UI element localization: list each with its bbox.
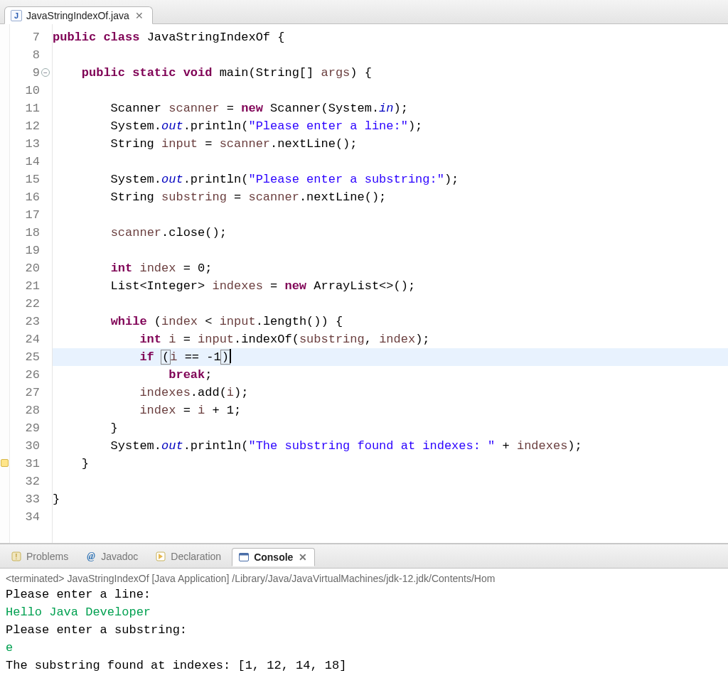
tab-console-label: Console bbox=[254, 551, 293, 563]
code-line[interactable]: int i = input.indexOf(substring, index); bbox=[53, 330, 728, 348]
close-icon[interactable]: ✕ bbox=[134, 10, 145, 21]
code-line[interactable]: System.out.println("Please enter a line:… bbox=[53, 117, 728, 135]
console-program-output: The substring found at indexes: [1, 12, … bbox=[6, 657, 722, 674]
console-status: <terminated> JavaStringIndexOf [Java App… bbox=[0, 569, 728, 586]
code-line[interactable]: if (i == -1) bbox=[53, 348, 728, 366]
line-number: 13 bbox=[10, 135, 40, 153]
line-number: 9 bbox=[10, 64, 40, 82]
line-number: 32 bbox=[10, 473, 40, 490]
fold-toggle-icon[interactable]: − bbox=[41, 68, 50, 77]
code-line[interactable]: String substring = scanner.nextLine(); bbox=[53, 188, 728, 206]
code-line[interactable]: } bbox=[53, 490, 728, 508]
line-number: 15 bbox=[10, 171, 40, 188]
text-caret bbox=[230, 349, 231, 363]
line-number: 14 bbox=[10, 153, 40, 171]
code-line[interactable]: String input = scanner.nextLine(); bbox=[53, 135, 728, 153]
line-number: 24 bbox=[10, 330, 40, 348]
tab-javadoc-label: Javadoc bbox=[101, 551, 138, 562]
code-line[interactable]: break; bbox=[53, 366, 728, 384]
line-number: 12 bbox=[10, 117, 40, 135]
line-number: 27 bbox=[10, 384, 40, 402]
line-number: 28 bbox=[10, 402, 40, 419]
editor-tab-title: JavaStringIndexOf.java bbox=[26, 10, 129, 21]
code-line[interactable] bbox=[53, 153, 728, 171]
editor-tab-bar: J JavaStringIndexOf.java ✕ bbox=[0, 0, 728, 24]
line-number: 26 bbox=[10, 366, 40, 384]
bottom-tab-bar: ! Problems @ Javadoc Declaration Console… bbox=[0, 544, 728, 569]
tab-console[interactable]: Console ✕ bbox=[232, 548, 315, 566]
code-line[interactable]: } bbox=[53, 419, 728, 437]
line-number: 22 bbox=[10, 295, 40, 313]
line-number: 11 bbox=[10, 99, 40, 117]
code-line[interactable] bbox=[53, 206, 728, 224]
line-number: 8 bbox=[10, 46, 40, 64]
line-number: 10 bbox=[10, 82, 40, 99]
code-line[interactable]: indexes.add(i); bbox=[53, 384, 728, 402]
bottom-panel: ! Problems @ Javadoc Declaration Console… bbox=[0, 543, 728, 682]
tab-problems[interactable]: ! Problems bbox=[4, 547, 75, 566]
code-line[interactable] bbox=[53, 473, 728, 490]
code-line[interactable]: System.out.println("Please enter a subst… bbox=[53, 171, 728, 188]
close-icon[interactable]: ✕ bbox=[297, 551, 309, 563]
code-line[interactable] bbox=[53, 82, 728, 99]
marker-strip bbox=[0, 24, 10, 543]
svg-rect-4 bbox=[240, 553, 249, 555]
code-line[interactable] bbox=[53, 242, 728, 259]
code-line[interactable]: scanner.close(); bbox=[53, 224, 728, 242]
console-program-output: Please enter a substring: bbox=[6, 621, 722, 639]
line-number: 34 bbox=[10, 508, 40, 526]
code-content[interactable]: public class JavaStringIndexOf { public … bbox=[53, 24, 728, 543]
line-number: 30 bbox=[10, 437, 40, 455]
code-line[interactable]: public class JavaStringIndexOf { bbox=[53, 28, 728, 46]
code-line[interactable]: List<Integer> indexes = new ArrayList<>(… bbox=[53, 277, 728, 295]
code-line[interactable]: int index = 0; bbox=[53, 259, 728, 277]
java-file-icon: J bbox=[11, 10, 22, 21]
line-number: 33 bbox=[10, 490, 40, 508]
tab-javadoc[interactable]: @ Javadoc bbox=[79, 547, 144, 566]
tab-declaration[interactable]: Declaration bbox=[149, 547, 228, 566]
code-line[interactable] bbox=[53, 46, 728, 64]
tab-problems-label: Problems bbox=[26, 551, 68, 562]
line-number: 16 bbox=[10, 188, 40, 206]
tab-declaration-label: Declaration bbox=[171, 551, 221, 562]
code-line[interactable]: Scanner scanner = new Scanner(System.in)… bbox=[53, 99, 728, 117]
console-program-output: Please enter a line: bbox=[6, 586, 722, 603]
line-number: 17 bbox=[10, 206, 40, 224]
line-number: 20 bbox=[10, 259, 40, 277]
line-number: 25 bbox=[10, 348, 40, 366]
console-output[interactable]: Please enter a line:Hello Java Developer… bbox=[0, 586, 728, 682]
code-editor[interactable]: 7891011121314151617181920212223242526272… bbox=[0, 24, 728, 543]
problems-icon: ! bbox=[11, 551, 22, 562]
line-number: 31 bbox=[10, 455, 40, 473]
console-user-input: Hello Java Developer bbox=[6, 603, 722, 621]
warning-marker-icon[interactable] bbox=[1, 459, 9, 467]
line-number: 7 bbox=[10, 28, 40, 46]
svg-text:!: ! bbox=[16, 553, 18, 561]
code-line[interactable]: index = i + 1; bbox=[53, 402, 728, 419]
line-number: 21 bbox=[10, 277, 40, 295]
code-line[interactable]: } bbox=[53, 455, 728, 473]
line-number: 19 bbox=[10, 242, 40, 259]
line-number: 18 bbox=[10, 224, 40, 242]
console-icon bbox=[238, 551, 250, 563]
declaration-icon bbox=[155, 551, 166, 562]
code-line[interactable] bbox=[53, 295, 728, 313]
javadoc-icon: @ bbox=[85, 551, 97, 562]
line-number: 29 bbox=[10, 419, 40, 437]
editor-tab-active[interactable]: J JavaStringIndexOf.java ✕ bbox=[4, 6, 153, 24]
line-number: 23 bbox=[10, 313, 40, 330]
line-number-gutter: 7891011121314151617181920212223242526272… bbox=[10, 24, 43, 543]
console-user-input: e bbox=[6, 639, 722, 657]
code-line[interactable]: public static void main(String[] args) { bbox=[53, 64, 728, 82]
fold-strip: − bbox=[43, 24, 53, 543]
code-line[interactable]: System.out.println("The substring found … bbox=[53, 437, 728, 455]
code-line[interactable]: while (index < input.length()) { bbox=[53, 313, 728, 330]
code-line[interactable] bbox=[53, 508, 728, 526]
